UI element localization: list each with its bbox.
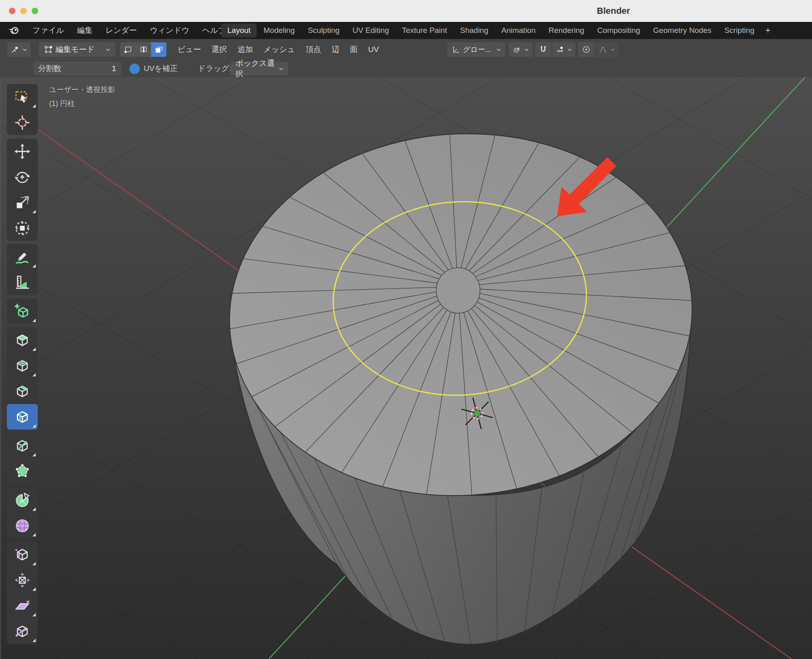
tab-compositing[interactable]: Compositing bbox=[591, 24, 646, 37]
menu-render[interactable]: レンダー bbox=[100, 24, 143, 37]
rip-region-icon bbox=[13, 622, 31, 640]
edge-slide-icon bbox=[13, 546, 31, 564]
tool-cursor-3d-button[interactable] bbox=[7, 110, 38, 135]
edge-select-mode-button[interactable] bbox=[136, 42, 151, 57]
proportional-falloff-dropdown[interactable] bbox=[595, 42, 618, 57]
falloff-curve-icon bbox=[598, 45, 607, 54]
menu-window[interactable]: ウィンドウ bbox=[144, 24, 195, 37]
drag-mode-dropdown[interactable]: ボックス選択 bbox=[231, 62, 288, 76]
viewport-menu-add[interactable]: 追加 bbox=[232, 43, 258, 56]
tool-shrink-fatten-button[interactable] bbox=[7, 567, 38, 593]
extrude-region-icon bbox=[13, 331, 31, 349]
submenu-indicator bbox=[32, 319, 36, 322]
shear-icon bbox=[13, 597, 31, 615]
minimize-window-button[interactable] bbox=[20, 8, 27, 14]
add-workspace-button[interactable]: + bbox=[761, 24, 775, 37]
tab-modeling[interactable]: Modeling bbox=[257, 24, 301, 37]
object-origin-dot bbox=[474, 410, 480, 417]
tab-texture-paint[interactable]: Texture Paint bbox=[396, 24, 453, 37]
tab-geometry-nodes[interactable]: Geometry Nodes bbox=[647, 24, 718, 37]
shrink-fatten-icon bbox=[13, 571, 31, 589]
submenu-indicator bbox=[32, 264, 36, 268]
traffic-lights bbox=[9, 8, 38, 14]
submenu-indicator bbox=[32, 424, 36, 428]
menu-file[interactable]: ファイル bbox=[27, 24, 70, 37]
snap-increment-icon bbox=[555, 45, 564, 54]
drag-label: ドラッグ: bbox=[198, 63, 231, 74]
loop-cut-icon bbox=[13, 408, 31, 426]
window-left-edge bbox=[0, 77, 1, 659]
tool-inset-faces-button[interactable] bbox=[7, 353, 38, 378]
tool-scale-button[interactable] bbox=[7, 190, 38, 215]
vertex-select-mode-button[interactable] bbox=[120, 42, 136, 57]
snap-toggle-button[interactable] bbox=[535, 42, 551, 57]
blender-logo-icon bbox=[7, 24, 21, 37]
face-select-mode-button[interactable] bbox=[151, 42, 166, 57]
tool-measure-button[interactable] bbox=[7, 270, 38, 295]
zoom-window-button[interactable] bbox=[32, 8, 38, 14]
tool-select-box-button[interactable] bbox=[7, 84, 38, 110]
tab-sculpting[interactable]: Sculpting bbox=[302, 24, 346, 37]
edge-select-icon bbox=[138, 45, 148, 54]
editor-type-dropdown[interactable] bbox=[7, 42, 30, 57]
transform-orientation-dropdown[interactable]: グロー... bbox=[447, 42, 505, 57]
tool-smooth-button[interactable] bbox=[7, 513, 38, 538]
spin-icon bbox=[13, 491, 31, 509]
uv-correct-checkbox[interactable] bbox=[129, 63, 140, 74]
snap-with-dropdown[interactable] bbox=[552, 42, 575, 57]
tool-group bbox=[7, 138, 38, 241]
menu-edit[interactable]: 編集 bbox=[71, 24, 98, 37]
mode-dropdown[interactable]: 編集モード bbox=[39, 42, 115, 57]
viewport-menu-mesh[interactable]: メッシュ bbox=[258, 43, 300, 56]
tool-bevel-button[interactable] bbox=[7, 378, 38, 404]
tool-move-button[interactable] bbox=[7, 138, 38, 164]
subdivisions-field[interactable]: 分割数 1 bbox=[33, 62, 121, 76]
tool-rotate-button[interactable] bbox=[7, 164, 38, 190]
tool-extrude-region-button[interactable] bbox=[7, 327, 38, 353]
submenu-indicator bbox=[32, 348, 36, 351]
close-window-button[interactable] bbox=[9, 8, 15, 14]
viewport-menu-view[interactable]: ビュー bbox=[172, 43, 206, 56]
tool-knife-button[interactable] bbox=[7, 433, 38, 458]
pivot-point-dropdown[interactable] bbox=[509, 42, 533, 57]
submenu-indicator bbox=[32, 373, 36, 376]
inset-faces-icon bbox=[13, 357, 31, 375]
tool-poly-build-button[interactable] bbox=[7, 458, 38, 484]
viewport-menu-face[interactable]: 面 bbox=[345, 43, 363, 56]
viewport-menu-select[interactable]: 選択 bbox=[206, 43, 232, 56]
workspace-tabs: LayoutModelingSculptingUV EditingTexture… bbox=[221, 22, 775, 39]
tool-add-cube-button[interactable] bbox=[7, 298, 38, 324]
proportional-editing-toggle[interactable] bbox=[578, 42, 594, 57]
measure-icon bbox=[13, 274, 31, 292]
scale-icon bbox=[13, 194, 31, 212]
chevron-down-icon bbox=[279, 67, 283, 71]
viewport-canvas[interactable] bbox=[0, 77, 812, 659]
tab-rendering[interactable]: Rendering bbox=[542, 24, 590, 37]
tab-shading[interactable]: Shading bbox=[454, 24, 495, 37]
tool-annotate-button[interactable] bbox=[7, 244, 38, 270]
orientation-axes-icon bbox=[451, 45, 460, 54]
submenu-indicator bbox=[32, 453, 36, 456]
viewport-menu-edge[interactable]: 辺 bbox=[326, 43, 345, 56]
tab-uv-editing[interactable]: UV Editing bbox=[346, 24, 395, 37]
tool-rip-region-button[interactable] bbox=[7, 618, 38, 644]
tab-animation[interactable]: Animation bbox=[495, 24, 542, 37]
tab-layout[interactable]: Layout bbox=[221, 24, 257, 37]
tool-group bbox=[7, 244, 38, 295]
submenu-indicator bbox=[32, 588, 36, 591]
tool-transform-button[interactable] bbox=[7, 215, 38, 241]
tool-spin-button[interactable] bbox=[7, 487, 38, 513]
window-title: Blender bbox=[597, 0, 630, 22]
3d-viewport[interactable]: ユーザー・透視投影 (1) 円柱 bbox=[0, 77, 812, 659]
tool-loop-cut-button[interactable] bbox=[7, 404, 38, 430]
tab-scripting[interactable]: Scripting bbox=[718, 24, 760, 37]
tool-shear-button[interactable] bbox=[7, 593, 38, 618]
add-cube-icon bbox=[13, 302, 31, 320]
viewport-menu-vertex[interactable]: 頂点 bbox=[300, 43, 326, 56]
viewport-menu-uv[interactable]: UV bbox=[363, 43, 384, 56]
tool-edge-slide-button[interactable] bbox=[7, 542, 38, 567]
tool-settings-bar: 分割数 1 UVを補正 ドラッグ: ボックス選択 bbox=[0, 60, 812, 77]
edit-mode-icon bbox=[44, 45, 53, 54]
chevron-down-icon bbox=[567, 48, 572, 52]
bevel-icon bbox=[13, 382, 31, 400]
